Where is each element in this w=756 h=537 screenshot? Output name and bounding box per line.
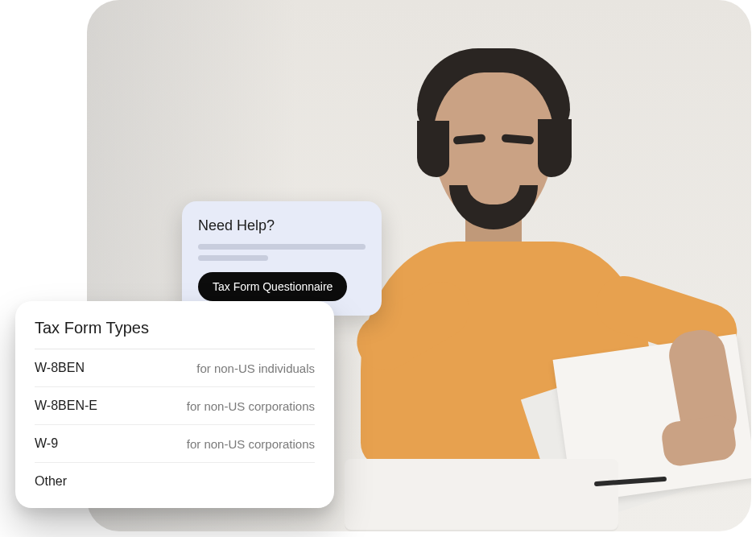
tax-form-code: Other: [35, 474, 67, 489]
tax-form-code: W-9: [35, 436, 58, 451]
tax-form-row[interactable]: W-8BEN-E for non-US corporations: [35, 387, 315, 425]
tax-form-types-title: Tax Form Types: [35, 319, 315, 349]
tax-form-desc: for non-US corporations: [187, 437, 315, 451]
tax-form-row[interactable]: W-8BEN for non-US individuals: [35, 349, 315, 387]
help-card: Need Help? Tax Form Questionnaire: [182, 201, 382, 316]
tax-form-row[interactable]: Other: [35, 463, 315, 500]
help-card-title: Need Help?: [198, 217, 366, 234]
questionnaire-button[interactable]: Tax Form Questionnaire: [198, 272, 347, 301]
placeholder-line: [198, 255, 268, 261]
placeholder-line: [198, 244, 366, 250]
tax-form-code: W-8BEN-E: [35, 399, 97, 413]
tax-form-desc: for non-US corporations: [187, 399, 315, 413]
tax-form-types-card: Tax Form Types W-8BEN for non-US individ…: [15, 301, 334, 508]
tax-form-code: W-8BEN: [35, 361, 85, 375]
tax-form-row[interactable]: W-9 for non-US corporations: [35, 425, 315, 463]
tax-form-desc: for non-US individuals: [196, 361, 315, 375]
